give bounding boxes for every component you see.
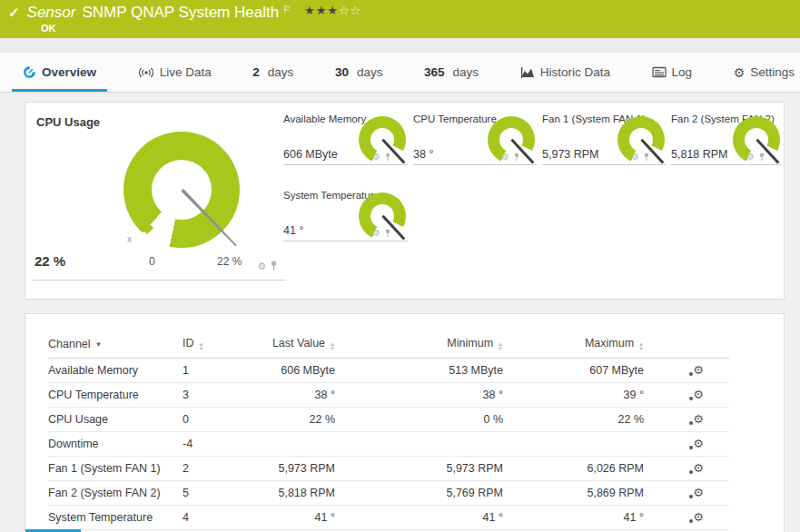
pin-icon[interactable]: [384, 229, 391, 238]
channel-maximum: 6,026 RPM: [503, 456, 644, 480]
tab-label: Settings: [750, 65, 795, 79]
broadcast-icon: [138, 66, 154, 79]
gear-icon: ⚙: [734, 66, 746, 79]
tab-365-days[interactable]: 365 days: [422, 53, 480, 92]
table-row[interactable]: System Temperature 4 41 ° 41 ° 41 ° ⚙: [48, 505, 729, 529]
gauge-current-value: 38 °: [413, 148, 433, 161]
sort-icon: ▲▼: [638, 342, 644, 351]
priority-stars[interactable]: ★★★☆☆: [304, 4, 361, 17]
channel-name[interactable]: CPU Temperature: [48, 382, 183, 407]
channel-minimum: 5,769 RPM: [335, 480, 503, 505]
tab-live-data[interactable]: Live Data: [136, 53, 213, 92]
channel-settings-icon[interactable]: ⚙: [693, 510, 704, 524]
column-header-channel[interactable]: Channel▼: [48, 330, 183, 358]
channel-settings-icon[interactable]: ⚙: [693, 461, 704, 475]
tab-30-days[interactable]: 30 days: [333, 53, 385, 92]
area-chart-icon: [520, 66, 535, 79]
channel-name[interactable]: Downtime: [48, 431, 183, 456]
pin-icon[interactable]: [384, 153, 391, 162]
status-badge: OK: [41, 23, 56, 34]
channel-name[interactable]: Fan 2 (System FAN 2): [48, 480, 183, 505]
tab-overview[interactable]: Overview: [21, 53, 98, 92]
tab-day-count: 2: [252, 65, 260, 79]
tab-historic-data[interactable]: Historic Data: [519, 53, 612, 92]
pin-icon[interactable]: [643, 153, 650, 162]
stars-filled: ★★★: [304, 4, 339, 17]
channel-settings-icon[interactable]: ⚙: [693, 437, 704, 450]
channel-id: 4: [183, 505, 239, 529]
channel-name[interactable]: Fan 1 (System FAN 1): [48, 456, 183, 480]
column-header-id[interactable]: ID▲▼: [183, 330, 239, 358]
gauge-x-marker: x: [127, 234, 132, 244]
table-row[interactable]: Downtime -4 ⚙: [48, 431, 729, 456]
sensor-status-header: ✓ Sensor SNMP QNAP System Health ⚐ ★★★☆☆…: [0, 0, 800, 38]
table-row[interactable]: Available Memory 1 606 MByte 513 MByte 6…: [48, 358, 729, 382]
pin-icon[interactable]: [758, 153, 765, 162]
gauge-tile-cpu-temperature: CPU Temperature 38 ° ⚙: [413, 113, 537, 165]
channel-id: 2: [183, 456, 239, 480]
channel-settings-icon[interactable]: ⚙: [693, 412, 704, 426]
gauge-tile-cpu-usage: CPU Usage x 0 22 % 22 % ⚙: [33, 110, 285, 281]
column-header-last-value[interactable]: Last Value▲▼: [239, 330, 335, 358]
channel-name[interactable]: Available Memory: [48, 358, 183, 382]
channel-minimum: 0 %: [335, 407, 503, 431]
gauge-settings-icon[interactable]: ⚙: [372, 153, 380, 162]
gauge-needle: [179, 188, 238, 249]
table-row[interactable]: CPU Temperature 3 38 ° 38 ° 39 ° ⚙: [48, 382, 729, 407]
channel-settings-icon[interactable]: ⚙: [693, 363, 704, 377]
tab-day-unit: days: [357, 65, 383, 79]
channel-last-value: 41 °: [239, 505, 335, 529]
status-ok-check-icon: ✓: [8, 5, 20, 21]
gauge-current-value: 5,973 RPM: [542, 148, 599, 161]
gauge-settings-icon[interactable]: ⚙: [746, 153, 755, 162]
channel-name[interactable]: CPU Usage: [48, 407, 183, 431]
tab-2-days[interactable]: 2 days: [251, 53, 295, 92]
tab-settings[interactable]: ⚙ Settings: [732, 53, 796, 92]
gauge-scale-min: 0: [149, 255, 155, 268]
cpu-usage-gauge: [123, 132, 240, 248]
tab-label: Live Data: [160, 65, 212, 79]
table-row[interactable]: Fan 1 (System FAN 1) 2 5,973 RPM 5,973 R…: [48, 456, 729, 480]
gauges-panel: CPU Usage x 0 22 % 22 % ⚙ Available Memo…: [25, 102, 785, 300]
tab-day-unit: days: [268, 65, 294, 79]
gauge-settings-icon[interactable]: ⚙: [501, 153, 509, 162]
table-row[interactable]: CPU Usage 0 22 % 0 % 22 % ⚙: [48, 407, 729, 431]
gauge-tile-fan-2: Fan 2 (System FAN 2) 5,818 RPM ⚙: [671, 113, 782, 165]
column-header-actions: [644, 330, 729, 358]
channels-table: Channel▼ ID▲▼ Last Value▲▼ Minimum▲▼ Max…: [48, 330, 729, 530]
channel-settings-icon[interactable]: ⚙: [693, 388, 704, 401]
column-header-minimum[interactable]: Minimum▲▼: [335, 330, 503, 358]
channel-settings-icon[interactable]: ⚙: [693, 486, 704, 499]
gauge-current-value: 22 %: [35, 253, 65, 269]
channel-name[interactable]: System Temperature: [48, 505, 183, 529]
channel-id: 3: [183, 382, 239, 407]
channel-minimum: 41 °: [335, 505, 503, 529]
flag-icon[interactable]: ⚐: [282, 4, 291, 15]
column-header-maximum[interactable]: Maximum▲▼: [503, 330, 644, 358]
pin-icon[interactable]: [513, 153, 520, 162]
channel-last-value: [239, 431, 335, 456]
sort-icon: ▲▼: [330, 342, 335, 351]
gauge-settings-icon[interactable]: ⚙: [631, 153, 639, 162]
pin-icon[interactable]: [270, 261, 278, 271]
tab-log[interactable]: Log: [650, 53, 695, 92]
gauge-icon: [23, 65, 36, 79]
channel-id: 5: [183, 480, 239, 505]
channel-id: 0: [183, 407, 239, 431]
sort-desc-icon: ▼: [95, 340, 103, 349]
table-row[interactable]: Fan 2 (System FAN 2) 5 5,818 RPM 5,769 R…: [48, 480, 729, 505]
gauge-settings-icon[interactable]: ⚙: [372, 229, 380, 238]
channel-minimum: 5,973 RPM: [335, 456, 503, 480]
gauge-tile-fan-1: Fan 1 (System FAN 1) 5,973 RPM ⚙: [542, 113, 667, 165]
channel-minimum: 513 MByte: [335, 358, 503, 382]
sensor-kind-label: Sensor: [27, 4, 76, 22]
channel-maximum: 39 °: [503, 382, 644, 407]
channel-last-value: 5,973 RPM: [239, 456, 335, 480]
gauge-settings-icon[interactable]: ⚙: [257, 261, 266, 271]
gauge-tile-available-memory: Available Memory 606 MByte ⚙: [283, 113, 408, 165]
sort-icon: ▲▼: [498, 342, 503, 351]
table-header-row: Channel▼ ID▲▼ Last Value▲▼ Minimum▲▼ Max…: [48, 330, 729, 358]
channel-last-value: 606 MByte: [239, 358, 335, 382]
gauge-start-marker: [141, 222, 153, 234]
gauge-current-value: 606 MByte: [283, 148, 338, 161]
